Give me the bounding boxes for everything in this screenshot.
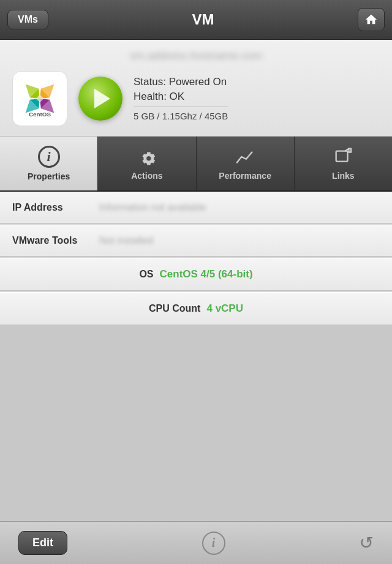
chart-icon: [235, 146, 255, 167]
vm-status-text: Status: Powered On Health: OK 5 GB / 1.1…: [134, 76, 228, 121]
tab-bar: i Properties Actions Performance Links: [0, 137, 392, 192]
vm-health: Health: OK: [134, 91, 228, 103]
vm-play-button[interactable]: [78, 77, 123, 121]
edit-button[interactable]: Edit: [18, 531, 67, 555]
os-label: OS: [139, 269, 153, 280]
link-icon: [333, 146, 353, 167]
page-title: VM: [192, 11, 214, 28]
bottom-info-button[interactable]: i: [202, 532, 225, 555]
tab-links[interactable]: Links: [295, 137, 392, 190]
tab-performance[interactable]: Performance: [197, 137, 295, 190]
os-value: CentOS 4/5 (64-bit): [160, 268, 253, 280]
vmware-tools-row: VMware Tools Not installed: [0, 225, 392, 257]
vm-info-section: vm.address.hostname.com: [0, 40, 392, 137]
top-nav-bar: VMs VM: [0, 0, 392, 40]
tab-properties[interactable]: i Properties: [0, 137, 98, 190]
tab-actions[interactable]: Actions: [98, 137, 196, 190]
gear-icon: [137, 146, 157, 167]
centos-logo-icon: CentOS: [18, 77, 62, 121]
svg-text:CentOS: CentOS: [29, 111, 51, 118]
home-icon: [364, 13, 378, 26]
info-icon: i: [38, 146, 60, 168]
vm-status: Status: Powered On: [134, 76, 228, 88]
ip-address-row: IP Address Information not available: [0, 192, 392, 224]
content-area: IP Address Information not available VMw…: [0, 192, 392, 325]
cpu-count-value: 4 vCPU: [206, 303, 243, 315]
vm-specs: 5 GB / 1.15Ghz / 45GB: [134, 107, 228, 121]
tab-links-label: Links: [332, 171, 355, 181]
vmware-tools-label: VMware Tools: [12, 235, 92, 246]
ip-address-label: IP Address: [12, 202, 92, 213]
tab-performance-label: Performance: [219, 171, 271, 181]
bottom-bar: Edit i ↻: [0, 521, 392, 564]
ip-address-value: Information not available: [99, 202, 206, 213]
tab-properties-label: Properties: [28, 171, 70, 181]
cpu-count-row: CPU Count 4 vCPU: [0, 292, 392, 325]
os-row: OS CentOS 4/5 (64-bit): [0, 258, 392, 291]
vm-logo-box: CentOS: [12, 71, 67, 126]
vm-hostname: vm.address.hostname.com: [12, 50, 380, 62]
refresh-button[interactable]: ↻: [360, 533, 374, 553]
vmware-tools-value: Not installed: [99, 235, 153, 246]
tab-actions-label: Actions: [131, 171, 162, 181]
vms-button[interactable]: VMs: [7, 10, 48, 29]
vm-details-row: CentOS Status: Powered On Health: OK 5 G…: [12, 71, 380, 126]
home-button[interactable]: [358, 8, 385, 31]
svg-rect-10: [336, 151, 348, 162]
cpu-count-label: CPU Count: [149, 303, 200, 314]
play-icon: [94, 89, 110, 108]
